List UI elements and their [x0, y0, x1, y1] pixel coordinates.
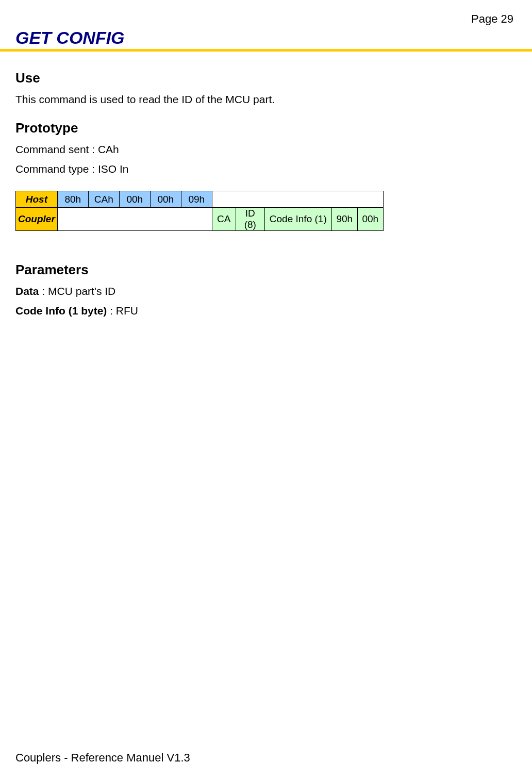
section-parameters-heading: Parameters	[15, 262, 517, 278]
host-cell: CAh	[88, 191, 119, 208]
page-number: Page 29	[471, 12, 513, 26]
page: Page 29 GET CONFIG Use This command is u…	[0, 0, 532, 779]
protocol-table: Host 80h CAh 00h 00h 09h Coupler CA ID (…	[15, 191, 384, 231]
coupler-row-label: Coupler	[16, 208, 58, 231]
host-blank-area	[212, 191, 383, 208]
coupler-cell: 90h	[331, 208, 357, 231]
parameter-code-sep: :	[107, 305, 116, 317]
parameter-code-value: RFU	[116, 305, 138, 317]
prototype-command-sent: Command sent : CAh	[15, 143, 517, 156]
host-cell: 80h	[57, 191, 88, 208]
host-cell: 00h	[119, 191, 150, 208]
page-title: GET CONFIG	[15, 28, 517, 48]
parameter-code-label: Code Info (1 byte)	[15, 305, 107, 317]
coupler-cell: Code Info (1)	[264, 208, 331, 231]
parameter-code-info: Code Info (1 byte) : RFU	[15, 305, 517, 317]
parameter-data-label: Data	[15, 285, 39, 297]
host-cell: 00h	[150, 191, 181, 208]
host-row-label: Host	[16, 191, 58, 208]
title-separator	[0, 49, 532, 52]
coupler-cell: ID (8)	[236, 208, 264, 231]
parameter-data: Data : MCU part's ID	[15, 285, 517, 297]
parameter-data-sep: :	[39, 285, 48, 297]
footer-text: Couplers - Reference Manuel V1.3	[15, 751, 190, 765]
parameter-data-value: MCU part's ID	[48, 285, 115, 297]
section-prototype-heading: Prototype	[15, 120, 517, 136]
use-description: This command is used to read the ID of t…	[15, 93, 517, 106]
table-row: Host 80h CAh 00h 00h 09h	[16, 191, 384, 208]
table-row: Coupler CA ID (8) Code Info (1) 90h 00h	[16, 208, 384, 231]
host-cell: 09h	[181, 191, 212, 208]
prototype-command-type: Command type : ISO In	[15, 163, 517, 175]
coupler-blank-area	[57, 208, 212, 231]
section-use-heading: Use	[15, 70, 517, 86]
coupler-cell: CA	[212, 208, 236, 231]
coupler-cell: 00h	[357, 208, 383, 231]
